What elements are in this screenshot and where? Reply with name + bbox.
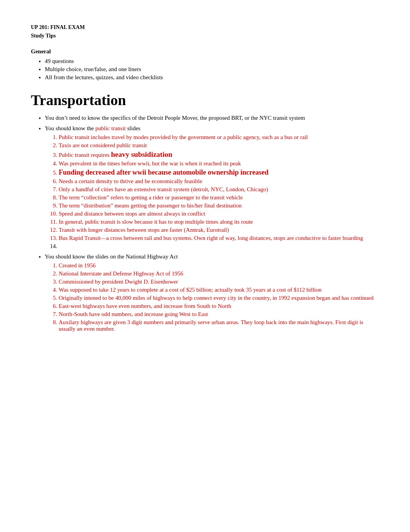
pt-item-3: Public transit requires heavy subsidizat…	[59, 150, 379, 159]
nh-item-6: East-west highways have even numbers, an…	[59, 303, 379, 309]
general-bullets-list: 49 questions Multiple choice, true/false…	[31, 58, 379, 81]
public-transit-list: Public transit includes travel by modes …	[45, 134, 379, 250]
header-line1: UP 201: FINAL EXAM	[31, 23, 379, 32]
pt-item-9: The term “distribution” means getting th…	[59, 202, 379, 209]
national-highway-list: Created in 1956 National Interstate and …	[45, 262, 379, 332]
transport-bullet-2-prefix: You should know the	[45, 125, 95, 131]
pt-item-2: Taxis are not considered public transit	[59, 142, 379, 149]
nh-item-7: North-South have odd numbers, and increa…	[59, 311, 379, 318]
pt-item-13: Bus Rapid Transit—a cross between rail a…	[59, 235, 379, 241]
public-transit-link: public transit	[95, 125, 126, 131]
nh-item-1: Created in 1956	[59, 262, 379, 269]
pt-item-3-bold: heavy subsidization	[111, 150, 172, 158]
pt-item-10: Speed and distance between stops are alm…	[59, 211, 379, 217]
nh-item-3: Commissioned by president Dwight D. Eise…	[59, 279, 379, 285]
transport-bullet-2-suffix: slides	[126, 125, 141, 131]
pt-item-8: The term “collection” refers to getting …	[59, 194, 379, 201]
general-bullet-3: All from the lectures, quizzes, and vide…	[45, 74, 379, 81]
nh-item-2: National Interstate and Defense Highway …	[59, 270, 379, 277]
transport-bullet-3: You should know the slides on the Nation…	[45, 253, 379, 332]
pt-item-5: Funding decreased after wwii because aut…	[59, 168, 379, 177]
pt-item-7: Only a handful of cities have an extensi…	[59, 186, 379, 193]
pt-item-11: In general, public transit is slow becau…	[59, 219, 379, 225]
pt-item-6: Needs a certain density to thrive and be…	[59, 178, 379, 185]
pt-item-12: Transit with longer distances between st…	[59, 227, 379, 233]
transport-bullet-1-text: You don’t need to know the specifics of …	[45, 115, 305, 121]
transport-bullet-1: You don’t need to know the specifics of …	[45, 115, 379, 121]
transportation-heading: Transportation	[31, 92, 379, 109]
general-bullet-1: 49 questions	[45, 58, 379, 65]
nh-item-8: Auxilary highways are given 3 digit numb…	[59, 319, 379, 332]
transportation-bullets: You don’t need to know the specifics of …	[31, 115, 379, 332]
pt-item-1: Public transit includes travel by modes …	[59, 134, 379, 141]
nh-item-5: Originally intened to be 40,000 miles of…	[59, 295, 379, 301]
pt-item-14	[59, 243, 379, 250]
page-header: UP 201: FINAL EXAM Study Tips	[31, 23, 379, 41]
nh-item-4: Was supposed to take 12 years to complet…	[59, 287, 379, 293]
header-line2: Study Tips	[31, 32, 379, 40]
general-bullet-2: Multiple choice, true/false, and one lin…	[45, 66, 379, 73]
pt-item-4: Was prevalent in the times before wwii, …	[59, 160, 379, 167]
national-highway-prefix: You should know the slides on the Nation…	[45, 253, 178, 260]
pt-item-5-bold: Funding decreased after wwii because aut…	[59, 168, 269, 176]
transport-bullet-2: You should know the public transit slide…	[45, 125, 379, 250]
general-heading: General	[31, 48, 379, 55]
